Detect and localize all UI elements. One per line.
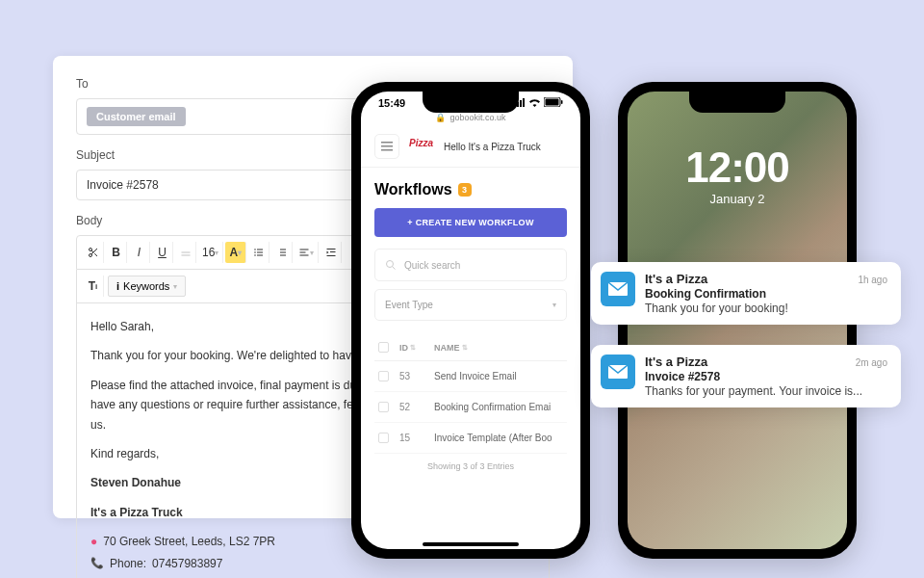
- status-time: 15:49: [378, 97, 405, 109]
- row-id: 15: [399, 433, 434, 443]
- menu-button[interactable]: [374, 134, 399, 159]
- svg-point-5: [254, 249, 256, 250]
- svg-rect-23: [523, 98, 525, 107]
- signature-phone-label: Phone:: [110, 554, 146, 573]
- svg-rect-25: [546, 99, 559, 106]
- svg-rect-10: [257, 255, 263, 256]
- app-header: Pizza Hello It's a Pizza Truck: [361, 126, 580, 168]
- pin-icon: ●: [90, 532, 97, 551]
- notification-time: 2m ago: [856, 357, 887, 368]
- sort-icon: ⇅: [410, 344, 416, 352]
- table-row[interactable]: 53 Send Invoice Email: [374, 361, 567, 392]
- cut-icon[interactable]: [83, 242, 104, 263]
- align-icon[interactable]: ▾: [295, 242, 319, 263]
- phone-workflows-screen: 15:49 🔒 gobookit.co.uk Pizza Hello It's …: [361, 92, 580, 549]
- table-row[interactable]: 15 Invoice Template (After Boo: [374, 423, 567, 454]
- notch: [423, 92, 519, 113]
- svg-rect-28: [381, 145, 393, 147]
- select-all-checkbox[interactable]: [378, 342, 389, 353]
- notification-title: Invoice #2578: [645, 370, 887, 383]
- svg-line-4: [91, 250, 93, 252]
- svg-rect-26: [561, 100, 563, 104]
- svg-point-7: [254, 254, 256, 256]
- notification-message: Thank you for your booking!: [645, 302, 887, 315]
- chevron-down-icon: ▾: [552, 301, 556, 309]
- greeting-text: Hello It's a Pizza Truck: [444, 142, 541, 152]
- svg-rect-11: [280, 250, 286, 250]
- hamburger-icon: [381, 142, 393, 151]
- svg-rect-29: [381, 149, 393, 151]
- sort-icon: ⇅: [462, 344, 468, 352]
- svg-rect-15: [300, 252, 306, 253]
- svg-rect-13: [280, 255, 286, 256]
- svg-point-6: [254, 251, 256, 253]
- table-header: ID ⇅ NAME ⇅: [374, 334, 567, 361]
- row-name: Invoice Template (After Boo: [434, 433, 563, 443]
- svg-rect-9: [257, 252, 263, 253]
- notification-app: It's a Pizza: [645, 355, 707, 369]
- column-id[interactable]: ID ⇅: [399, 342, 434, 353]
- svg-rect-16: [300, 255, 309, 256]
- clear-format-icon[interactable]: [175, 242, 196, 263]
- svg-rect-12: [280, 252, 286, 253]
- svg-point-1: [89, 254, 91, 257]
- svg-rect-19: [326, 255, 335, 256]
- notification-title: Booking Confirmation: [645, 287, 887, 301]
- logo: Pizza: [409, 138, 434, 155]
- svg-line-3: [94, 253, 97, 256]
- row-id: 53: [399, 371, 434, 381]
- workflows-count-badge: 3: [458, 183, 472, 197]
- workflows-heading: Workflows 3: [374, 181, 567, 198]
- ordered-list-icon[interactable]: [271, 242, 293, 263]
- battery-icon: [544, 97, 563, 109]
- row-checkbox[interactable]: [378, 402, 389, 412]
- lockscreen-time: 12:00: [628, 144, 847, 192]
- notification-card[interactable]: It's a Pizza 2m ago Invoice #2578 Thanks…: [591, 345, 901, 407]
- svg-line-31: [393, 267, 396, 270]
- notification-message: Thanks for your payment. Your invoice is…: [645, 384, 887, 398]
- pagination-text: Showing 3 of 3 Entries: [374, 454, 567, 479]
- text-tool-icon[interactable]: Ti: [83, 276, 104, 297]
- svg-point-30: [387, 261, 394, 268]
- recipient-pill[interactable]: Customer email: [87, 107, 186, 126]
- font-size-select[interactable]: 16 ▾: [198, 242, 223, 263]
- keywords-dropdown[interactable]: i Keywords ▾: [108, 276, 186, 297]
- svg-rect-22: [520, 100, 522, 107]
- unordered-list-icon[interactable]: [248, 242, 270, 263]
- url-text: gobookit.co.uk: [449, 113, 505, 122]
- row-checkbox[interactable]: [378, 371, 389, 381]
- svg-point-0: [89, 249, 91, 251]
- notification-card[interactable]: It's a Pizza 1h ago Booking Confirmation…: [591, 262, 901, 325]
- search-input[interactable]: Quick search: [374, 249, 567, 281]
- outdent-icon[interactable]: [321, 242, 342, 263]
- event-type-select[interactable]: Event Type ▾: [374, 289, 567, 321]
- svg-rect-27: [381, 142, 393, 144]
- row-checkbox[interactable]: [378, 433, 389, 443]
- row-id: 52: [399, 402, 434, 412]
- table-row[interactable]: 52 Booking Confirmation Emai: [374, 392, 567, 423]
- svg-rect-8: [257, 250, 263, 250]
- underline-button[interactable]: U: [152, 242, 173, 263]
- signature-phone: 07457983897: [152, 554, 222, 573]
- column-name[interactable]: NAME ⇅: [434, 342, 563, 353]
- notification-app: It's a Pizza: [645, 272, 707, 286]
- text-color-button[interactable]: A ▾: [225, 242, 246, 263]
- svg-rect-18: [330, 251, 336, 252]
- lock-icon: 🔒: [435, 113, 446, 122]
- lockscreen-date: January 2: [628, 192, 847, 206]
- italic-button[interactable]: I: [129, 242, 150, 263]
- row-name: Send Invoice Email: [434, 371, 563, 381]
- create-workflow-button[interactable]: + CREATE NEW WORKFLOW: [374, 208, 567, 237]
- wifi-icon: [528, 97, 541, 109]
- home-indicator[interactable]: [423, 542, 519, 546]
- search-placeholder: Quick search: [404, 260, 460, 271]
- search-icon: [385, 259, 397, 271]
- svg-rect-14: [300, 250, 309, 250]
- row-name: Booking Confirmation Emai: [434, 402, 563, 412]
- svg-rect-17: [326, 249, 335, 250]
- notch: [689, 92, 785, 113]
- mail-icon: [601, 355, 635, 389]
- bold-button[interactable]: B: [106, 242, 127, 263]
- phone-icon: 📞: [90, 554, 104, 572]
- mail-icon: [601, 272, 635, 306]
